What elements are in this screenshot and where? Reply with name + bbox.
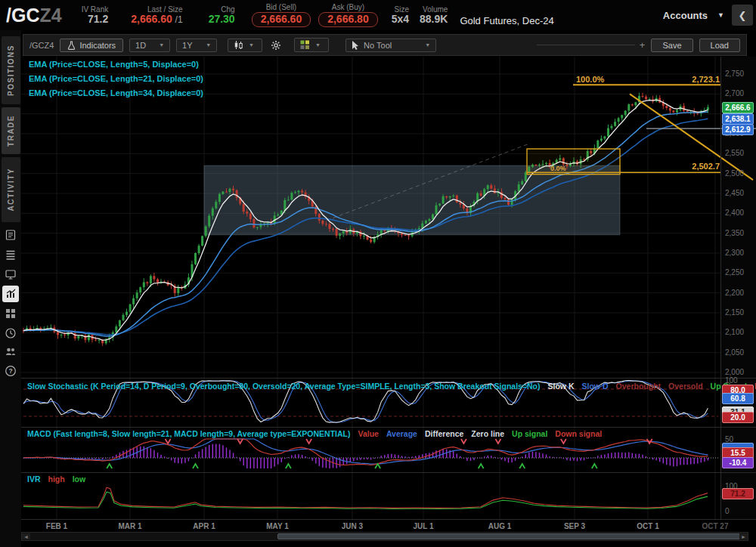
drawing-tool-dropdown[interactable]: No Tool▼ bbox=[345, 39, 436, 52]
accounts-label: Accounts bbox=[663, 10, 708, 21]
last-size-value: /1 bbox=[175, 14, 183, 25]
change-value: 27.30 bbox=[209, 14, 235, 25]
grid-apps-icon[interactable] bbox=[2, 305, 19, 322]
tab-label: ACTIVITY bbox=[7, 168, 15, 212]
chevron-down-icon: ▼ bbox=[159, 42, 164, 48]
legend-item: IVR bbox=[27, 474, 41, 484]
x-axis-label: MAY 1 bbox=[260, 522, 295, 530]
chevron-down-icon: ▼ bbox=[425, 42, 430, 48]
macd-study-header[interactable]: MACD (Fast length=8, Slow length=21, MAC… bbox=[27, 429, 602, 438]
chevron-left-icon: ❮ bbox=[739, 10, 747, 21]
legend-item: low bbox=[73, 474, 86, 484]
chevron-down-icon: ▼ bbox=[315, 42, 321, 48]
legend-item: Oversold bbox=[668, 382, 703, 391]
iv-rank-field: IV Rank 71.2 bbox=[82, 5, 109, 25]
scroll-left-arrow[interactable]: ◄ bbox=[22, 533, 30, 539]
indicators-label: Indicators bbox=[79, 41, 116, 50]
position-statement-icon[interactable] bbox=[2, 227, 19, 243]
legend-item: Average bbox=[386, 429, 417, 438]
bid-button[interactable]: 2,666.60 bbox=[252, 12, 311, 26]
x-axis-label: OCT 1 bbox=[631, 522, 665, 530]
left-rail: POSITIONS TRADE ACTIVITY ? bbox=[0, 30, 21, 547]
volume-field: Volume 88.9K bbox=[420, 5, 448, 25]
legend-item: Up Signal bbox=[711, 382, 747, 391]
tab-label: TRADE bbox=[7, 115, 15, 147]
x-axis-label: OCT 27 bbox=[698, 522, 733, 530]
ask-field: Ask (Buy) 2,666.80 bbox=[318, 3, 378, 26]
stochastic-title-text: Slow Stochastic (K Period=14, D Period=9… bbox=[27, 382, 541, 391]
beaker-icon bbox=[67, 41, 76, 50]
x-axis-label: JUL 1 bbox=[406, 522, 441, 530]
scroll-right-arrow[interactable]: ► bbox=[739, 533, 748, 539]
change-field: Chg 27.30 bbox=[209, 5, 235, 25]
chart-toolbar: /GCZ4 Indicators 1D▼ 1Y▼ ▼ ▼ No Tool▼ bbox=[23, 34, 747, 56]
ivr-study-header[interactable]: IVRhighlow bbox=[27, 474, 85, 484]
range-value: 1Y bbox=[182, 41, 192, 50]
symbol-title: /GCZ4 bbox=[6, 5, 62, 26]
zoom-in-button[interactable]: + bbox=[640, 39, 646, 51]
legend-item: Slow K bbox=[548, 382, 575, 391]
chart-style-dropdown[interactable]: ▼ bbox=[228, 39, 262, 52]
chevron-down-icon: ▼ bbox=[206, 42, 211, 48]
sidebar-tab-positions[interactable]: POSITIONS bbox=[2, 36, 20, 104]
watchlist-icon[interactable] bbox=[2, 246, 19, 263]
legend-item: Overbought bbox=[616, 382, 662, 391]
legend-item: Slow D bbox=[582, 382, 609, 391]
candlestick-icon bbox=[234, 41, 243, 50]
last-price-value: 2,666.60 bbox=[131, 13, 172, 25]
iv-rank-value: 71.2 bbox=[88, 14, 108, 25]
save-button[interactable]: Save bbox=[651, 39, 692, 52]
bid-label: Bid (Sell) bbox=[266, 3, 297, 11]
legend-item: Up signal bbox=[512, 429, 547, 438]
chevron-down-icon: ▼ bbox=[717, 11, 724, 19]
scrollbar-thumb[interactable] bbox=[277, 533, 745, 539]
sidebar-tab-activity[interactable]: ACTIVITY bbox=[2, 157, 20, 222]
grid-layout-dropdown[interactable]: ▼ bbox=[294, 38, 329, 52]
toolbar-symbol-label: /GCZ4 bbox=[29, 41, 54, 50]
symbol-root: /GC bbox=[6, 5, 39, 26]
trading-platform-window: /GCZ4 IV Rank 71.2 Last / Size 2,666.60 … bbox=[0, 0, 756, 547]
zoom-track[interactable] bbox=[537, 45, 635, 45]
symbol-month: Z4 bbox=[39, 5, 61, 26]
load-button[interactable]: Load bbox=[699, 39, 740, 52]
legend-item: Value bbox=[358, 429, 378, 438]
ask-button[interactable]: 2,666.80 bbox=[318, 12, 378, 26]
volume-value: 88.9K bbox=[420, 14, 448, 25]
accounts-dropdown[interactable]: Accounts ▼ bbox=[663, 10, 724, 21]
legend-item: high bbox=[48, 474, 65, 484]
chart-settings-gear-icon[interactable] bbox=[268, 37, 284, 54]
legend-item: Down signal bbox=[555, 429, 602, 438]
size-field: Size 5x4 bbox=[392, 5, 409, 25]
legend-item: Difference bbox=[425, 429, 463, 438]
chevron-down-icon: ▼ bbox=[249, 42, 254, 48]
timeframe-dropdown[interactable]: 1D▼ bbox=[129, 39, 170, 52]
tool-label: No Tool bbox=[364, 41, 392, 50]
collapse-panel-button[interactable]: ❮ bbox=[732, 5, 753, 26]
clock-icon[interactable] bbox=[2, 325, 19, 341]
price-chart[interactable] bbox=[21, 57, 756, 520]
indicators-button[interactable]: Indicators bbox=[60, 39, 123, 52]
ask-label: Ask (Buy) bbox=[332, 3, 364, 11]
x-axis-label: FEB 1 bbox=[39, 522, 74, 530]
time-scrollbar[interactable]: ◄ ► bbox=[21, 532, 748, 541]
time-zoom-slider[interactable]: + bbox=[537, 39, 646, 51]
sidebar-tab-trade[interactable]: TRADE bbox=[2, 107, 20, 154]
load-label: Load bbox=[711, 41, 729, 50]
product-description: Gold Futures, Dec-24 bbox=[460, 15, 553, 26]
x-axis-label: APR 1 bbox=[187, 522, 222, 530]
last-size-field: Last / Size 2,666.60 /1 bbox=[131, 5, 182, 25]
help-icon[interactable]: ? bbox=[2, 363, 19, 379]
legend-item: Zero line bbox=[471, 429, 504, 438]
monitor-icon[interactable] bbox=[2, 266, 19, 283]
chart-icon[interactable] bbox=[2, 286, 19, 302]
svg-text:?: ? bbox=[8, 367, 12, 375]
range-dropdown[interactable]: 1Y▼ bbox=[176, 39, 217, 52]
stochastic-study-header[interactable]: Slow Stochastic (K Period=14, D Period=9… bbox=[27, 382, 756, 391]
users-icon[interactable] bbox=[2, 343, 19, 360]
x-axis-label: JUN 3 bbox=[335, 522, 370, 530]
macd-title-text: MACD (Fast length=8, Slow length=21, MAC… bbox=[27, 429, 350, 438]
x-axis-label: AUG 1 bbox=[482, 522, 517, 530]
quote-header: /GCZ4 IV Rank 71.2 Last / Size 2,666.60 … bbox=[0, 0, 756, 30]
x-axis-label: SEP 3 bbox=[557, 522, 592, 530]
save-label: Save bbox=[662, 41, 681, 50]
